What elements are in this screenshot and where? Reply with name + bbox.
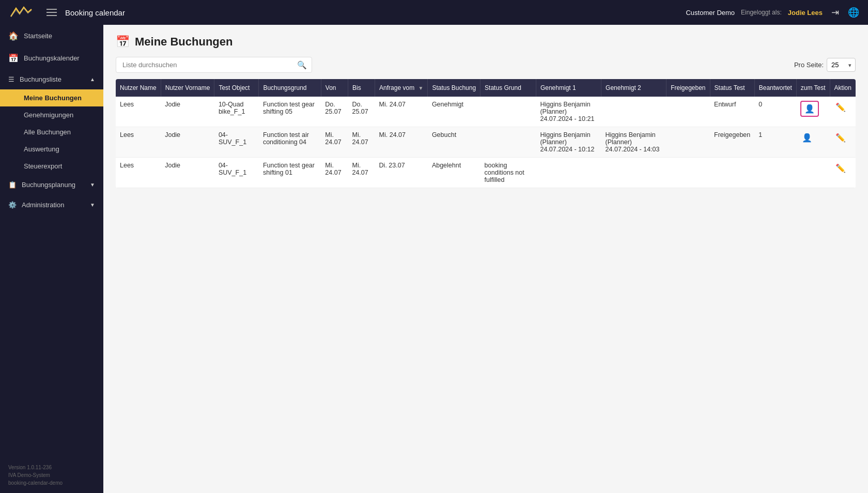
per-page-label: Pro Seite:: [794, 61, 824, 69]
edit-button[interactable]: ✏️: [834, 101, 847, 114]
col-anfrage-vom[interactable]: Anfrage vom ▼: [375, 79, 428, 97]
col-freigegeben: Freigegeben: [667, 79, 710, 97]
sidebar-item-buchungskalender[interactable]: 📅 Buchungskalender: [0, 47, 103, 69]
sidebar-item-auswertung[interactable]: Auswertung: [0, 141, 103, 158]
admin-icon: ⚙️: [8, 201, 17, 209]
logout-icon[interactable]: ⇥: [829, 6, 841, 19]
hamburger-icon[interactable]: [47, 9, 57, 16]
sidebar-item-alle-buchungen[interactable]: Alle Buchungen: [0, 124, 103, 141]
col-nutzer-vorname: Nutzer Vorname: [161, 79, 214, 97]
col-buchungsgrund: Buchungsgrund: [259, 79, 321, 97]
sidebar-item-meine-buchungen[interactable]: Meine Buchungen: [0, 89, 103, 106]
col-nutzer-name: Nutzer Name: [116, 79, 161, 97]
sidebar-label-auswertung: Auswertung: [24, 145, 59, 153]
search-input[interactable]: [116, 57, 312, 73]
sidebar-label-alle-buchungen: Alle Buchungen: [24, 128, 71, 136]
sidebar-section-buchungsplanung[interactable]: 📋 Buchungsplanung ▼: [0, 175, 103, 195]
col-status-test: Status Test: [710, 79, 754, 97]
language-icon[interactable]: 🌐: [847, 6, 860, 19]
system-text: IVA Demo-System: [8, 471, 95, 479]
col-zum-test: zum Test: [796, 79, 830, 97]
col-status-buchung: Status Buchung: [428, 79, 481, 97]
table-row: LeesJodie04-SUV_F_1Function test gear sh…: [116, 158, 856, 188]
per-page-select[interactable]: 25 10 50 100: [827, 58, 856, 72]
col-genehmigt-2: Genehmigt 2: [601, 79, 667, 97]
table-row: LeesJodie10-Quad bike_F_1Function test g…: [116, 97, 856, 127]
sidebar-section-administration[interactable]: ⚙️ Administration ▼: [0, 195, 103, 215]
list-icon: ☰: [8, 75, 14, 83]
sidebar: 🏠 Startseite 📅 Buchungskalender ☰ Buchun…: [0, 25, 103, 493]
search-wrapper: 🔍: [116, 57, 312, 73]
chevron-down-icon-admin: ▼: [90, 202, 95, 208]
table-row: LeesJodie04-SUV_F_1Function test air con…: [116, 127, 856, 158]
bookings-table: Nutzer Name Nutzer Vorname Test Object B…: [116, 79, 856, 188]
col-aktion: Aktion: [830, 79, 856, 97]
col-bis: Bis: [348, 79, 375, 97]
toolbar: 🔍 Pro Seite: 25 10 50 100: [116, 57, 856, 73]
sidebar-label-steuerexport: Steuerexport: [24, 162, 62, 170]
sidebar-label-startseite: Startseite: [24, 32, 52, 40]
logo: [8, 4, 34, 21]
sidebar-item-steuerexport[interactable]: Steuerexport: [0, 158, 103, 175]
per-page-selector: Pro Seite: 25 10 50 100: [794, 58, 856, 72]
demo-text: booking-calendar-demo: [8, 479, 95, 487]
zum-test-button[interactable]: 👤: [800, 131, 814, 144]
col-beantwortet: Beantwortet: [754, 79, 796, 97]
actions-cell: ✏️: [834, 162, 851, 175]
top-nav-right: Customer Demo Eingeloggt als: Jodie Lees…: [686, 6, 860, 19]
sidebar-footer: Version 1.0.11-236 IVA Demo-System booki…: [0, 457, 103, 493]
sidebar-label-buchungsplanung: Buchungsplanung: [22, 181, 75, 189]
home-icon: 🏠: [8, 31, 19, 41]
sidebar-label-buchungskalender: Buchungskalender: [24, 54, 80, 62]
calendar-icon: 📅: [8, 53, 19, 63]
page-header: 📅 Meine Buchungen: [116, 35, 856, 49]
customer-name: Customer Demo: [686, 9, 735, 17]
edit-button[interactable]: ✏️: [834, 131, 847, 144]
logged-in-label: Eingeloggt als:: [741, 9, 782, 16]
main-content: 📅 Meine Buchungen 🔍 Pro Seite: 25 10 50 …: [103, 25, 868, 493]
planning-icon: 📋: [8, 181, 17, 189]
user-name: Jodie Lees: [788, 9, 823, 17]
col-status-grund: Status Grund: [481, 79, 536, 97]
col-von: Von: [321, 79, 348, 97]
page-calendar-icon: 📅: [116, 35, 130, 49]
page-title: Meine Buchungen: [135, 35, 233, 49]
actions-cell: ✏️: [834, 101, 851, 114]
version-text: Version 1.0.11-236: [8, 464, 95, 471]
sidebar-item-startseite[interactable]: 🏠 Startseite: [0, 25, 103, 47]
col-genehmigt-1: Genehmigt 1: [536, 79, 601, 97]
sidebar-label-administration: Administration: [22, 201, 64, 209]
bookings-table-wrapper: Nutzer Name Nutzer Vorname Test Object B…: [116, 79, 856, 188]
top-nav: Booking calendar Customer Demo Eingelogg…: [0, 0, 868, 25]
sidebar-section-buchungsliste[interactable]: ☰ Buchungsliste ▲: [0, 69, 103, 89]
chevron-up-icon: ▲: [90, 76, 95, 82]
edit-button[interactable]: ✏️: [834, 162, 847, 175]
chevron-down-icon: ▼: [90, 182, 95, 188]
sidebar-label-meine-buchungen: Meine Buchungen: [24, 94, 82, 102]
actions-cell: ✏️: [834, 131, 851, 144]
app-title: Booking calendar: [65, 8, 677, 17]
zum-test-button[interactable]: 👤: [800, 101, 819, 117]
sidebar-label-genehmigungen: Genehmigungen: [24, 111, 73, 119]
sidebar-item-genehmigungen[interactable]: Genehmigungen: [0, 106, 103, 124]
sidebar-label-buchungsliste: Buchungsliste: [20, 75, 61, 83]
col-test-object: Test Object: [214, 79, 259, 97]
sort-icon-anfrage: ▼: [418, 85, 423, 91]
